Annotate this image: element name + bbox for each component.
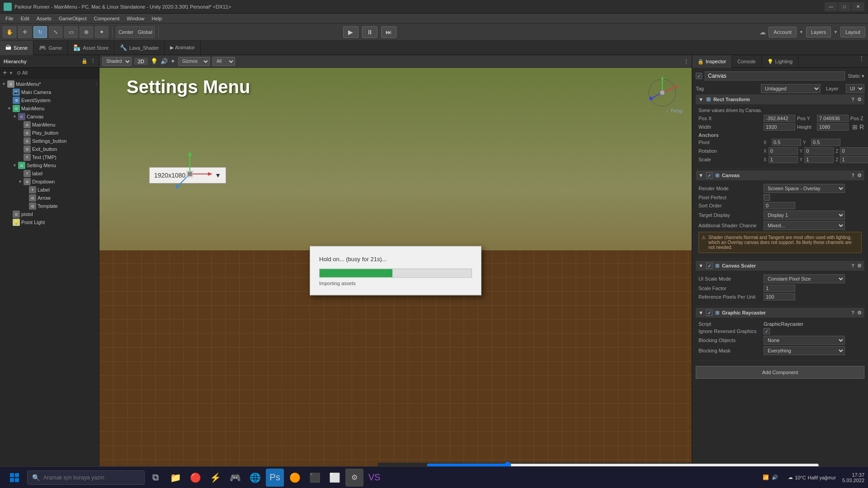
help-icon[interactable]: ? [851,310,854,315]
scene-options[interactable]: ⋮ [684,58,689,65]
height-field[interactable] [817,123,849,131]
help-icon[interactable]: ? [851,263,854,268]
shading-dropdown[interactable]: Shaded [102,57,132,66]
taskbar-app-obs[interactable]: ⬛ [306,469,324,487]
taskbar-app-opera[interactable]: 🔴 [186,469,204,487]
taskbar-app-visual-studio[interactable]: VS [365,469,383,487]
settings-icon[interactable]: ⚙ [857,310,862,316]
menu-file[interactable]: File [2,15,17,22]
taskview-button[interactable]: ⧉ [146,469,165,487]
tab-game[interactable]: 🎮 Game [33,41,68,55]
tab-console[interactable]: Console [732,55,761,68]
settings-icon[interactable]: ⚙ [857,263,862,269]
rect-tool[interactable]: ▭ [64,26,78,38]
tab-lava-shader[interactable]: 🔧 Lava_Shader [114,41,165,55]
scale-x[interactable] [769,156,798,163]
hand-tool[interactable]: ✋ [3,26,16,38]
canvas-scaler-header[interactable]: ▼ ✓ ⊞ Canvas Scaler ? ⚙ [696,261,864,271]
taskbar-search-box[interactable]: 🔍 [27,470,145,485]
inspector-menu[interactable]: ⋮ [855,55,868,67]
hierarchy-all[interactable]: ⊙ All [17,70,28,76]
tab-lighting[interactable]: 💡 Lighting [762,55,799,68]
shader-channel-dropdown[interactable]: Mixed... [764,221,845,230]
help-icon[interactable]: ? [851,173,854,178]
volume-icon[interactable]: 🔊 [772,474,778,480]
pause-button[interactable]: ⏸ [362,26,377,38]
add-component-button[interactable]: Add Component [696,366,864,379]
menu-window[interactable]: Window [123,15,148,22]
persp-label[interactable]: ← Persp [665,108,683,113]
render-mode-dropdown[interactable]: Screen Space - Overlay [764,184,845,193]
rot-z[interactable] [840,147,868,155]
maximize-button[interactable]: □ [838,2,851,11]
tab-asset-store[interactable]: 🏪 Asset Store [68,41,114,55]
posy-field[interactable] [817,115,849,122]
hierarchy-lock[interactable]: 🔒 [81,58,88,64]
hier-point-light[interactable]: 💡 Point Light [0,218,99,226]
taskbar-app-xbox[interactable]: 🎮 [226,469,244,487]
light-toggle[interactable]: 💡 [151,58,158,65]
rot-y[interactable] [804,147,834,155]
move-tool[interactable]: ✛ [18,26,32,38]
fx-toggle[interactable]: ✦ [170,58,175,65]
tab-animator[interactable]: ▶ Animator [165,41,200,55]
custom-tool[interactable]: ✦ [95,26,108,38]
rect-transform-header[interactable]: ▼ ⊞ Rect Transform ? ⚙ [696,94,864,104]
hier-mainmenu-go[interactable]: ▼ G MainMenu [0,104,99,113]
taskbar-app-arduino[interactable]: ⚡ [206,469,224,487]
all-dropdown[interactable]: All [212,57,235,66]
tab-scene[interactable]: 🏔 Scene [0,41,33,55]
layers-button[interactable]: Layers [806,27,831,38]
blocking-mask-dropdown[interactable]: Everything [764,346,845,355]
hier-main-camera[interactable]: 📷 Main Camera [0,88,99,96]
taskbar-app-unity[interactable]: ⚙ [345,469,363,487]
width-field[interactable] [764,123,795,131]
hier-pistol[interactable]: G pistol [0,210,99,218]
canvas-enabled[interactable]: ✓ [706,172,712,178]
scale-y[interactable] [804,156,834,163]
account-button[interactable]: Account [769,27,797,38]
hier-play-button[interactable]: G Play_button [0,129,99,137]
rotate-tool[interactable]: ↻ [33,26,47,38]
hierarchy-menu[interactable]: ⋮ [90,58,95,64]
scale-factor-field[interactable] [764,285,795,292]
network-icon[interactable]: 📶 [763,474,769,480]
graphic-raycaster-header[interactable]: ▼ ✓ ⊞ Graphic Raycaster ? ⚙ [696,308,864,318]
sort-order-field[interactable] [764,202,795,209]
ui-scale-dropdown[interactable]: Constant Pixel Size [764,274,845,283]
hier-arrow[interactable]: G Arrow [0,194,99,202]
hier-setting-menu[interactable]: ▼ G Setting Menu [0,161,99,169]
tab-inspector[interactable]: 🔒 Inspector [692,55,732,68]
close-button[interactable]: ✕ [852,2,864,11]
help-icon[interactable]: ? [851,97,854,102]
posx-field[interactable] [764,115,795,122]
menu-help[interactable]: Help [148,15,165,22]
transform-tool[interactable]: ⊕ [80,26,93,38]
menu-component[interactable]: Component [90,15,123,22]
pixel-perfect-check[interactable] [764,194,770,201]
hier-canvas[interactable]: ▼ C Canvas [0,113,99,121]
scene-2d-btn[interactable]: 2D [134,58,148,65]
taskbar-search-input[interactable] [43,474,140,481]
taskbar-app-blender[interactable]: 🟠 [286,469,304,487]
hier-exit-button[interactable]: G Exit_button [0,145,99,153]
ref-pixels-field[interactable] [764,293,795,300]
hierarchy-add[interactable]: + [3,69,7,77]
gizmos-dropdown[interactable]: Gizmos [178,57,210,66]
ignore-reversed-check[interactable]: ✓ [764,328,770,334]
tag-dropdown[interactable]: Untagged [761,84,821,93]
scale-tool[interactable]: ⤡ [49,26,62,38]
settings-icon[interactable]: ⚙ [857,97,862,103]
taskbar-app-photoshop[interactable]: Ps [266,469,284,487]
menu-edit[interactable]: Edit [17,15,33,22]
canvas-header[interactable]: ▼ ✓ ⊞ Canvas ? ⚙ [696,170,864,180]
hier-template[interactable]: G Template [0,202,99,210]
menu-assets[interactable]: Assets [33,15,55,22]
raycaster-enabled[interactable]: ✓ [706,310,712,316]
scaler-enabled[interactable]: ✓ [706,263,712,269]
hier-mainmenu-child[interactable]: G MainMenu [0,121,99,129]
settings-icon[interactable]: ⚙ [857,173,862,178]
taskbar-app-unity-hub[interactable]: ⬜ [326,469,344,487]
minimize-button[interactable]: — [825,2,837,11]
start-button[interactable] [4,469,25,487]
